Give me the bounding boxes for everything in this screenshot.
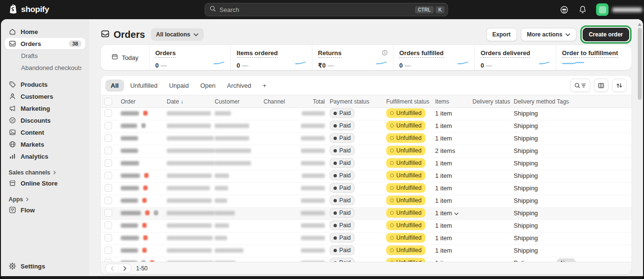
shopify-logo[interactable]: shopify bbox=[9, 4, 49, 16]
select-all-checkbox[interactable] bbox=[104, 98, 112, 105]
order-row[interactable]: PaidUnfulfilled1 itemShipping bbox=[101, 220, 632, 232]
row-checkbox[interactable] bbox=[104, 184, 112, 192]
order-row[interactable]: PaidUnfulfilled1 itemShipping bbox=[101, 245, 632, 257]
delivery-method-cell: Shipping bbox=[514, 160, 557, 167]
redacted-text bbox=[121, 236, 139, 240]
row-checkbox[interactable] bbox=[104, 234, 112, 242]
sidebar-item-label: Orders bbox=[21, 40, 65, 47]
page-title: Orders bbox=[114, 29, 145, 40]
order-row[interactable]: PaidUnfulfilled1 itemShipping bbox=[101, 108, 632, 120]
order-row[interactable]: PaidUnfulfilled1 itemShipping bbox=[101, 133, 632, 145]
sidebar-item-markets[interactable]: Markets bbox=[5, 139, 85, 150]
row-checkbox[interactable] bbox=[104, 109, 112, 117]
sidebar-item-discounts[interactable]: Discounts bbox=[5, 115, 85, 126]
row-checkbox[interactable] bbox=[104, 209, 112, 217]
sidebar-item-abandoned-checkouts[interactable]: Abandoned checkouts bbox=[5, 62, 85, 73]
metric-returns[interactable]: Returns₹0— bbox=[312, 45, 394, 70]
create-order-button[interactable]: Create order bbox=[583, 28, 629, 41]
column-items[interactable]: Items bbox=[435, 98, 472, 105]
order-row[interactable]: PaidUnfulfilled1 itemShipping bbox=[101, 183, 632, 195]
total-redacted bbox=[301, 211, 330, 215]
previous-page-button[interactable] bbox=[106, 264, 118, 273]
date-range-selector[interactable]: Today bbox=[101, 45, 150, 70]
sidebar-item-home[interactable]: Home bbox=[5, 26, 85, 37]
items-expand-chevron-icon[interactable] bbox=[454, 209, 459, 217]
sidebar-item-label: Abandoned checkouts bbox=[21, 64, 81, 71]
payment-status-label: Paid bbox=[339, 197, 351, 204]
shortcut-key-k: K bbox=[436, 6, 445, 13]
sidebar-item-orders[interactable]: Orders38 bbox=[5, 38, 85, 49]
metric-items-ordered[interactable]: Items ordered0— bbox=[231, 45, 312, 70]
column-delivery-status[interactable]: Delivery status bbox=[472, 98, 514, 105]
tab-archived[interactable]: Archived bbox=[222, 80, 257, 92]
order-row[interactable]: PaidUnfulfilled1 itemShipping bbox=[101, 208, 632, 220]
row-checkbox[interactable] bbox=[104, 122, 112, 129]
metric-orders[interactable]: Orders0— bbox=[150, 45, 231, 70]
redacted-text bbox=[215, 211, 235, 215]
global-search-input[interactable]: Search CTRL K bbox=[205, 3, 448, 16]
column-channel[interactable]: Channel bbox=[264, 98, 301, 105]
sidebar-item-flow[interactable]: Flow bbox=[5, 204, 85, 216]
unfulfilled-circle-icon bbox=[390, 223, 394, 227]
search-placeholder: Search bbox=[219, 6, 413, 13]
row-checkbox[interactable] bbox=[104, 159, 112, 167]
info-icon[interactable] bbox=[381, 49, 388, 56]
notifications-bell-icon[interactable] bbox=[577, 4, 588, 15]
sidebar-item-analytics[interactable]: Analytics bbox=[5, 151, 85, 162]
tab-unpaid[interactable]: Unpaid bbox=[164, 80, 194, 92]
location-filter-dropdown[interactable]: All locations bbox=[151, 28, 204, 41]
order-row[interactable]: PaidUnfulfilled1 itemShipping bbox=[101, 120, 632, 133]
order-row[interactable]: PaidUnfulfilled1 itemShipping bbox=[101, 158, 632, 170]
sidebar-item-marketing[interactable]: Marketing bbox=[5, 103, 85, 114]
sales-channels-section-header[interactable]: Sales channels bbox=[9, 169, 81, 176]
row-checkbox[interactable] bbox=[104, 197, 112, 204]
column-order[interactable]: Order bbox=[121, 98, 167, 105]
row-checkbox[interactable] bbox=[104, 221, 112, 229]
row-checkbox[interactable] bbox=[104, 134, 112, 142]
metric-orders-delivered[interactable]: Orders delivered0— bbox=[475, 45, 556, 70]
sidebar-item-online-store[interactable]: Online Store bbox=[5, 177, 85, 189]
fulfillment-status-badge: Unfulfilled bbox=[386, 245, 426, 255]
metric-orders-fulfilled[interactable]: Orders fulfilled0— bbox=[393, 45, 475, 70]
add-view-tab[interactable]: + bbox=[257, 80, 272, 92]
sidebar-item-customers[interactable]: Customers bbox=[5, 91, 85, 102]
sidebar-item-products[interactable]: Products bbox=[5, 79, 85, 90]
column-payment-status[interactable]: Payment status bbox=[330, 98, 386, 105]
columns-button[interactable] bbox=[594, 79, 609, 92]
column-customer[interactable]: Customer bbox=[215, 98, 264, 105]
row-checkbox[interactable] bbox=[104, 246, 112, 254]
column-delivery-method[interactable]: Delivery method bbox=[514, 98, 557, 105]
sidebar-item-settings[interactable]: Settings bbox=[5, 260, 85, 272]
apps-section-header[interactable]: Apps bbox=[9, 196, 81, 203]
order-row[interactable]: PaidUnfulfilled2 itemsShipping bbox=[101, 145, 632, 158]
order-row[interactable]: PaidUnfulfilled1 itemShipping bbox=[101, 232, 632, 245]
delivery-method-label: Shipping bbox=[514, 160, 538, 167]
column-fulfillment-status[interactable]: Fulfillment status bbox=[386, 98, 435, 105]
sort-button[interactable] bbox=[612, 79, 627, 92]
account-menu[interactable] bbox=[596, 3, 642, 16]
scrollbar-up-arrow[interactable] bbox=[638, 23, 642, 26]
redacted-text bbox=[215, 174, 229, 178]
sidebar-item-content[interactable]: Content bbox=[5, 127, 85, 138]
more-actions-button[interactable]: More actions bbox=[521, 28, 576, 41]
search-filter-button[interactable] bbox=[570, 79, 590, 92]
row-checkbox[interactable] bbox=[104, 172, 112, 179]
metric-order-to-fulfillment[interactable]: Order to fulfillment bbox=[556, 45, 632, 70]
column-date[interactable]: Date ↓ bbox=[167, 98, 215, 105]
order-row[interactable]: PaidUnfulfilled1 itemShipping bbox=[101, 170, 632, 183]
sidekick-assistant-icon[interactable] bbox=[559, 4, 569, 15]
sidebar-item-drafts[interactable]: Drafts bbox=[5, 50, 85, 61]
next-page-button[interactable] bbox=[118, 264, 131, 273]
items-count: 1 item bbox=[435, 185, 452, 192]
vertical-scrollbar[interactable] bbox=[637, 22, 643, 273]
column-total[interactable]: Total bbox=[301, 98, 330, 105]
sparkline bbox=[458, 58, 468, 67]
tab-unfulfilled[interactable]: Unfulfilled bbox=[125, 80, 163, 92]
tab-all[interactable]: All bbox=[105, 80, 124, 92]
export-button[interactable]: Export bbox=[486, 28, 517, 41]
tab-open[interactable]: Open bbox=[195, 80, 221, 92]
row-checkbox[interactable] bbox=[104, 147, 112, 154]
scrollbar-thumb[interactable] bbox=[638, 28, 642, 100]
order-row[interactable]: PaidUnfulfilled1 itemShipping bbox=[101, 195, 632, 208]
column-tags[interactable]: Tags bbox=[557, 98, 628, 105]
